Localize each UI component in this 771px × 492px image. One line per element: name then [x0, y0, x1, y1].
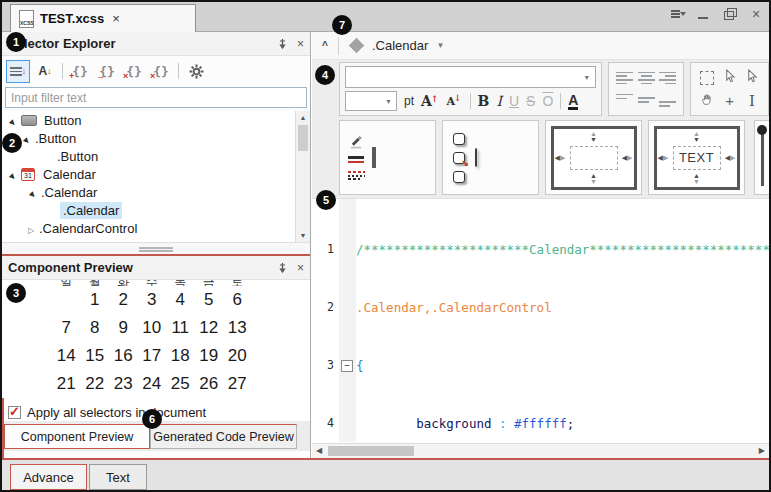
tree-item-calendarcontrol[interactable]: .CalendarControl [2, 219, 295, 237]
expand-arrow-icon[interactable] [28, 185, 38, 200]
sort-selector-button[interactable]: ↓ [6, 60, 30, 83]
tree-vertical-scrollbar[interactable]: ▲ ▼ [295, 111, 310, 242]
marquee-select-icon[interactable] [700, 71, 714, 85]
delete-selector-icon: {} [126, 64, 142, 79]
window-list-menu-icon[interactable] [671, 8, 685, 20]
scroll-right-icon[interactable]: ▶ [759, 446, 765, 455]
tree-item-dot-calendar[interactable]: .Calendar [2, 183, 295, 201]
expand-arrow-icon[interactable] [22, 131, 32, 146]
valign-middle-icon[interactable] [638, 94, 655, 107]
slider-preview-partial[interactable] [754, 120, 769, 195]
minimize-icon[interactable] [697, 8, 711, 20]
tree-item-label: .CalendarControl [36, 220, 140, 237]
close-panel-icon[interactable]: × [297, 38, 304, 50]
app-window: TEST.xcss × × Selector Explorer × ↓ A↓ [0, 0, 771, 492]
insert-selector-button[interactable]: {}→ [95, 60, 119, 83]
tab-text[interactable]: Text [89, 464, 147, 490]
corner-style-preview-box[interactable]: ↘ [442, 120, 539, 195]
selector-explorer-titlebar: Selector Explorer × [2, 32, 310, 56]
close-window-icon[interactable]: × [749, 8, 763, 20]
selector-filter-input[interactable] [5, 87, 307, 108]
corner-sample-icon[interactable] [453, 133, 465, 145]
tab-generated-code-preview[interactable]: Generated Code Preview [150, 424, 297, 449]
alignment-group [608, 62, 684, 116]
annotation-red-bottom-line [2, 458, 769, 460]
corner-sample-arrow-icon[interactable]: ↘ [453, 152, 465, 164]
bold-button[interactable]: B [478, 94, 490, 108]
panel-splitter-handle[interactable] [2, 242, 310, 254]
file-tab-close-icon[interactable]: × [112, 11, 120, 26]
selector-tree: Button .Button .Button Calendar [2, 111, 295, 242]
strikethrough-button[interactable]: S [526, 94, 535, 108]
expand-arrow-icon[interactable] [8, 167, 18, 182]
tree-item-dot-calendar-selected[interactable]: .Calendar [2, 201, 295, 219]
delete-selector-button[interactable]: {}× [122, 60, 146, 83]
close-panel-icon[interactable]: × [297, 262, 304, 274]
line-number: 2 [312, 298, 334, 317]
settings-button[interactable] [184, 60, 208, 83]
annotation-7: 7 [332, 15, 352, 35]
rounded-border-sample [475, 148, 477, 167]
sort-alpha-button[interactable]: A↓ [33, 60, 57, 83]
align-center-icon[interactable] [638, 72, 655, 85]
align-left-icon[interactable] [616, 72, 633, 85]
edit-pencil-icon[interactable] [349, 134, 364, 149]
restore-icon[interactable] [723, 8, 737, 20]
padding-preview-box[interactable]: ▲▼ ▲▼ ◀▶ ◀▶ [545, 120, 642, 195]
decrease-font-button[interactable]: A↓ [446, 96, 462, 107]
tree-item-button[interactable]: Button [2, 111, 295, 129]
add-selector-button[interactable]: {}+ [68, 60, 92, 83]
line-number: 3 [312, 356, 334, 375]
tab-advance[interactable]: Advance [10, 464, 87, 490]
scroll-up-icon[interactable]: ▲ [296, 114, 310, 121]
css-code-editor[interactable]: 1/**********************Calendar********… [312, 198, 769, 458]
pin-icon[interactable] [277, 38, 288, 49]
scroll-down-icon[interactable]: ▼ [296, 232, 310, 239]
tree-item-dot-button-child[interactable]: .Button [2, 147, 295, 165]
corner-sample-icon[interactable] [453, 171, 465, 183]
toolbar-separator [178, 63, 179, 79]
cursor-arrow-icon[interactable] [723, 69, 736, 87]
border-style-preview-box[interactable] [339, 120, 436, 195]
tree-item-calendar[interactable]: Calendar [2, 165, 295, 183]
collapse-arrow-icon[interactable] [26, 221, 36, 236]
hand-tool-icon[interactable] [700, 92, 714, 110]
overline-button[interactable]: O [542, 94, 553, 108]
font-size-select[interactable] [345, 91, 397, 111]
text-padding-preview-box[interactable]: TEXT ▲▼ ▲▼ ◀▶ ◀▶ [648, 120, 745, 195]
collapse-chevron-icon[interactable]: ^ [312, 40, 338, 51]
code-horizontal-scrollbar[interactable]: ◀ ▶ [312, 443, 769, 458]
font-family-select[interactable] [345, 66, 596, 88]
code-fold-icon[interactable] [334, 356, 356, 375]
selector-explorer-title: Selector Explorer [8, 36, 268, 51]
italic-button[interactable]: I [496, 94, 502, 108]
font-color-button[interactable]: A [568, 93, 578, 110]
underline-button[interactable]: U [509, 94, 519, 108]
text-cursor-icon[interactable]: I [749, 92, 755, 110]
editor-header: ^ .Calendar ▼ [312, 32, 769, 60]
tree-item-dot-button[interactable]: .Button [2, 129, 295, 147]
scrollbar-thumb[interactable] [328, 446, 414, 456]
tab-component-preview[interactable]: Component Preview [4, 424, 150, 449]
selector-diamond-icon [349, 38, 365, 54]
file-tab-test-xcss[interactable]: TEST.xcss × [10, 4, 196, 32]
expand-arrow-icon[interactable] [8, 113, 18, 128]
annotation-5: 5 [316, 190, 336, 210]
selector-tree-wrap: Button .Button .Button Calendar [2, 111, 310, 242]
valign-top-icon[interactable] [616, 94, 633, 107]
apply-selectors-checkbox[interactable] [8, 406, 21, 419]
selector-dropdown-icon[interactable]: ▼ [436, 41, 444, 50]
valign-bottom-icon[interactable] [659, 94, 676, 107]
scroll-left-icon[interactable]: ◀ [316, 446, 322, 455]
delete-all-selectors-button[interactable]: {}× [149, 60, 173, 83]
file-tab-title: TEST.xcss [40, 11, 104, 26]
solid-line-style-icon[interactable] [348, 156, 364, 164]
bottom-tab-bar: Advance Text [2, 460, 769, 490]
cursor-arrow-alt-icon[interactable] [745, 69, 758, 87]
add-tool-icon[interactable]: + [725, 93, 734, 108]
pin-icon[interactable] [277, 262, 288, 273]
dashed-line-style-icon[interactable] [348, 171, 365, 181]
increase-font-button[interactable]: A↑ [421, 94, 439, 108]
scrollbar-thumb[interactable] [298, 125, 308, 151]
align-right-icon[interactable] [659, 72, 676, 85]
